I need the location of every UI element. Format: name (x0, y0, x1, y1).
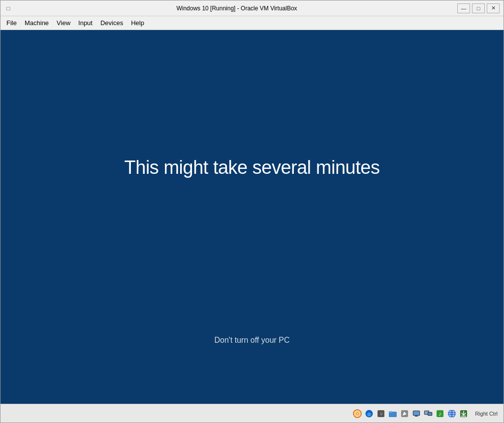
status-icons: ◎ ⑂ (352, 408, 469, 419)
window-icon: □ (4, 4, 12, 12)
svg-rect-11 (415, 416, 418, 417)
svg-text:♪: ♪ (439, 411, 441, 417)
menu-machine[interactable]: Machine (21, 17, 53, 29)
title-bar: □ Windows 10 [Running] - Oracle VM Virtu… (0, 0, 504, 16)
download-icon[interactable] (458, 408, 469, 419)
menu-help[interactable]: Help (127, 17, 148, 29)
menu-view[interactable]: View (53, 17, 74, 29)
right-ctrl-label: Right Ctrl (473, 410, 500, 418)
cd-icon[interactable] (352, 408, 363, 419)
vm-screen: This might take several minutes Don't tu… (0, 30, 504, 404)
close-button[interactable]: ✕ (487, 3, 500, 13)
network-icon[interactable]: ◎ (364, 408, 375, 419)
virtualbox-window: □ Windows 10 [Running] - Oracle VM Virtu… (0, 0, 504, 423)
menu-bar: File Machine View Input Devices Help (0, 16, 504, 30)
display-icon[interactable] (411, 408, 422, 419)
svg-text:⑂: ⑂ (380, 412, 382, 417)
status-bar: ◎ ⑂ (0, 404, 504, 423)
menu-input[interactable]: Input (74, 17, 96, 29)
sub-message: Don't turn off your PC (214, 336, 289, 345)
window-title: Windows 10 [Running] - Oracle VM Virtual… (16, 5, 457, 12)
window-controls: — □ ✕ (457, 3, 500, 13)
edit-icon[interactable] (399, 408, 410, 419)
shared-folder-icon[interactable] (387, 408, 398, 419)
main-message: This might take several minutes (125, 157, 380, 178)
svg-point-1 (356, 413, 358, 415)
svg-rect-10 (413, 411, 419, 415)
minimize-button[interactable]: — (457, 3, 470, 13)
restore-button[interactable]: □ (472, 3, 485, 13)
globe-icon[interactable] (446, 408, 457, 419)
menu-file[interactable]: File (2, 17, 21, 29)
menu-devices[interactable]: Devices (96, 17, 127, 29)
display2-icon[interactable] (423, 408, 434, 419)
audio-icon[interactable]: ♪ (435, 408, 445, 419)
svg-rect-7 (389, 411, 392, 413)
svg-rect-15 (428, 413, 432, 415)
svg-text:◎: ◎ (367, 412, 371, 417)
usb-icon[interactable]: ⑂ (376, 408, 386, 419)
